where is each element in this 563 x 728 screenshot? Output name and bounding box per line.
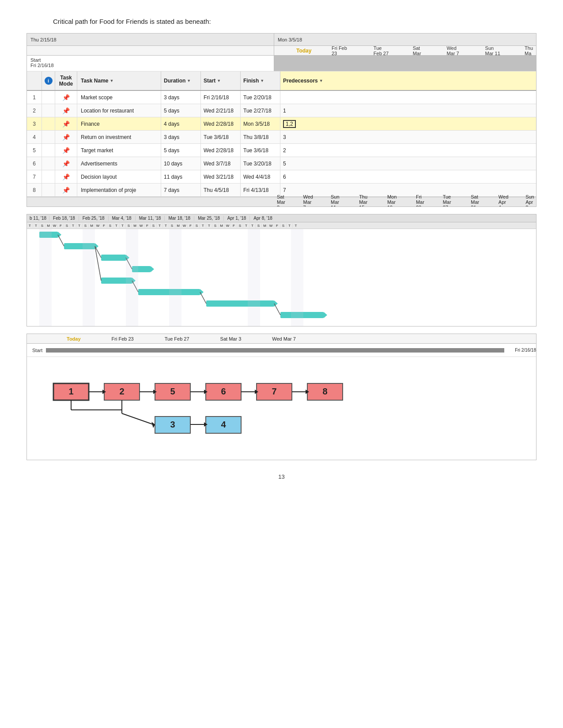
day-s11: S [256,224,262,228]
grid-strip-4 [169,229,181,326]
net-start-date: Fri 2/16/18 [515,348,536,353]
day-t6: T [120,224,126,228]
row-duration: 5 days [161,144,201,157]
row-pred [280,91,536,104]
row-mode: 📌 [55,157,77,170]
day-s8: S [194,224,200,228]
col-finish-sort: ▼ [260,79,264,83]
gc-grp-4: Mar 11, '18 [136,216,165,221]
bt-date-10: Sun Apr 8 [525,194,536,207]
data-rows-container: 1 📌 Market scope 3 days Fri 2/16/18 Tue … [27,91,536,197]
day-m1: M [45,224,52,228]
arrowhead-2-3 [151,422,155,428]
row-num: 1 [27,91,42,104]
col-start-label: Start [204,78,215,84]
day-t8: T [163,224,169,228]
ts-date-3: Sat Mar [413,45,425,56]
row-mode: 📌 [55,131,77,143]
row-duration: 7 days [161,184,201,196]
row-mode: 📌 [55,104,77,117]
net-date-4: Wed Mar 7 [272,336,296,341]
day-s7: S [169,224,175,228]
row-num: 2 [27,104,42,117]
col-finish-header[interactable]: Finish ▼ [241,71,280,90]
row-start: Tue 3/6/18 [201,131,241,143]
col-duration-label: Duration [164,78,185,84]
row-num: 7 [27,170,42,183]
page-title: Critical path for Food for Friends is st… [53,18,537,25]
day-s1: S [39,224,45,228]
day-t7: T [157,224,163,228]
row-finish: Tue 2/27/18 [241,104,280,117]
day-t10: T [206,224,212,228]
day-w4: W [181,224,188,228]
bt-date-4: Thu Mar 15 [359,194,371,207]
table-row: 1 📌 Market scope 3 days Fri 2/16/18 Tue … [27,91,536,104]
gc-grp-6: Mar 25, '18 [194,216,224,221]
day-m6: M [262,224,268,228]
grid-strip-1 [39,229,52,326]
ts-date-6: Thu Ma [525,45,536,56]
col-start-header[interactable]: Start ▼ [201,71,241,90]
col-duration-sort: ▼ [187,79,191,83]
day-s6: S [151,224,157,228]
day-w3: W [138,224,144,228]
timeline-left-date: Thu 2/15/18 [27,34,274,45]
network-timeline: Today Fri Feb 23 Tue Feb 27 Sat Mar 3 We… [27,334,536,344]
row-pred: 1,2 [280,117,536,130]
day-t13: T [287,224,293,228]
net-start-label: Start [32,348,42,353]
gantt-bar-area-header [274,56,536,71]
day-t14: T [293,224,299,228]
grid-strip-3 [126,229,138,326]
row-mode: 📌 [55,117,77,130]
gantt-chart-header: b 11, '18 Feb 18, '18 Feb 25, '18 Mar 4,… [27,214,536,222]
bt-date-8: Sat Mar 31 [471,194,483,207]
col-name-header[interactable]: Task Name ▼ [77,71,161,90]
row-num: 3 [27,117,42,130]
network-diagram-svg: 1 2 5 6 7 8 3 4 [40,366,371,450]
day-f1: F [58,224,64,228]
col-mode-label: TaskMode [59,75,73,87]
ts-date-4: Wed Mar 7 [446,45,463,56]
row-start: Wed 2/21/18 [201,104,241,117]
node-6-label: 6 [221,387,226,396]
day-t11: T [243,224,249,228]
row-mode: 📌 [55,91,77,104]
day-s5: S [126,224,132,228]
row-start: Fri 2/16/18 [201,91,241,104]
day-m3: M [132,224,138,228]
timeline-right-date-1: Mon 3/5/18 [278,37,302,42]
gc-grp-2: Feb 25, '18 [79,216,109,221]
table-row: 7 📌 Decision layout 11 days Wed 3/21/18 … [27,170,536,184]
gantt-chart-section: b 11, '18 Feb 18, '18 Feb 25, '18 Mar 4,… [26,214,537,326]
row-task-name: Decision layout [77,170,161,183]
row-duration: 10 days [161,157,201,170]
net-start-bar [46,348,504,353]
row-start: Wed 3/21/18 [201,170,241,183]
col-pred-header[interactable]: Predecessors ▼ [280,71,536,90]
row-info [42,131,55,143]
row-num: 6 [27,157,42,170]
col-duration-header[interactable]: Duration ▼ [161,71,201,90]
row-finish: Tue 3/6/18 [241,144,280,157]
row-num: 8 [27,184,42,196]
row-mode: 📌 [55,144,77,157]
page-number: 13 [278,473,284,480]
day-w1: W [52,224,58,228]
row-duration: 5 days [161,104,201,117]
node-4-label: 4 [221,420,226,429]
table-row: 4 📌 Return on investment 3 days Tue 3/6/… [27,131,536,144]
day-m4: M [175,224,181,228]
col-name-sort: ▼ [110,79,113,83]
row-num: 5 [27,144,42,157]
ts-date-1: Fri Feb 23 [332,45,347,56]
bt-date-5: Mon Mar 19 [387,194,400,207]
day-f3: F [144,224,151,228]
row-pred: 1 [280,104,536,117]
col-pred-label: Predecessors [283,78,318,84]
bt-date-6: Fri Mar 23 [416,194,427,207]
grid-strip-6 [291,229,303,326]
row-pred: 3 [280,131,536,143]
pred-value: 1,2 [283,120,296,128]
